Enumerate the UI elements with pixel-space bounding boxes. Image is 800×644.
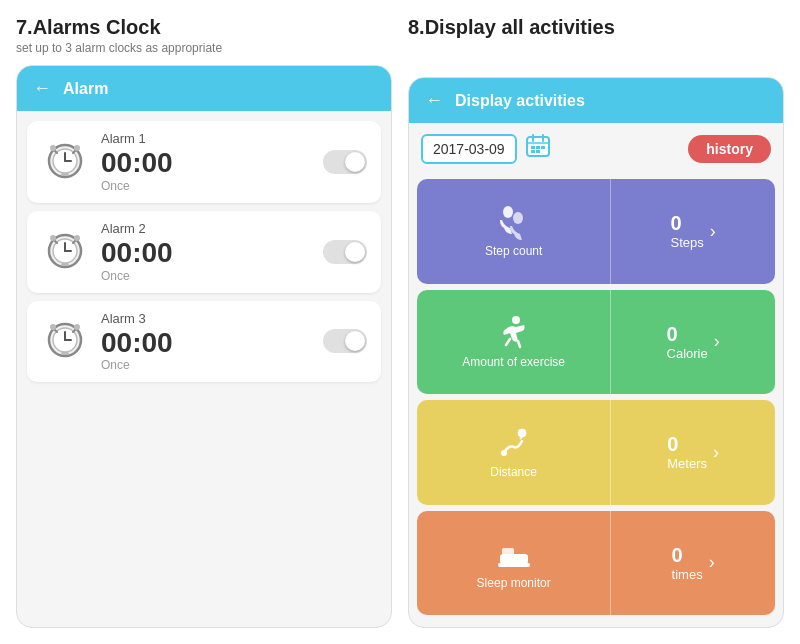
alarm-list: Alarm 1 00:00 Once: [17, 111, 391, 627]
svg-point-16: [74, 235, 80, 241]
alarm-info-2: Alarm 2 00:00 Once: [101, 221, 311, 283]
svg-point-39: [518, 429, 526, 437]
alarm-toggle-1[interactable]: [323, 150, 367, 174]
svg-point-36: [503, 206, 513, 218]
svg-point-38: [512, 316, 520, 324]
activities-section-title: 8.Display all activities: [408, 16, 784, 39]
sleep-arrow: ›: [709, 552, 715, 573]
sleep-left: Sleep monitor: [417, 511, 610, 616]
svg-rect-26: [61, 352, 69, 355]
activities-back-arrow[interactable]: ←: [425, 90, 443, 111]
alarm-toggle-3[interactable]: [323, 329, 367, 353]
sleep-card[interactable]: Sleep monitor 0 times ›: [417, 511, 775, 616]
svg-point-24: [50, 324, 56, 330]
activities-section: 8.Display all activities ← Display activ…: [408, 16, 784, 628]
alarm-time-3: 00:00: [101, 328, 311, 359]
date-field[interactable]: 2017-03-09: [421, 134, 517, 164]
alarm-time-1: 00:00: [101, 148, 311, 179]
svg-rect-32: [536, 146, 540, 149]
history-button[interactable]: history: [688, 135, 771, 163]
alarm-name-1: Alarm 1: [101, 131, 311, 146]
activities-phone-frame: ← Display activities 2017-03-09: [408, 77, 784, 628]
alarm-info-1: Alarm 1 00:00 Once: [101, 131, 311, 193]
alarm-back-arrow[interactable]: ←: [33, 78, 51, 99]
svg-rect-31: [531, 146, 535, 149]
step-count-right: 0 Steps ›: [611, 179, 775, 284]
date-row: 2017-03-09 history: [409, 123, 783, 175]
alarm-info-3: Alarm 3 00:00 Once: [101, 311, 311, 373]
step-count-unit: Steps: [671, 235, 704, 250]
activities-header-title: Display activities: [455, 92, 585, 110]
svg-point-40: [501, 450, 507, 456]
distance-left: Distance: [417, 400, 610, 505]
svg-rect-33: [541, 146, 545, 149]
distance-label: Distance: [490, 465, 537, 479]
exercise-arrow: ›: [714, 331, 720, 352]
sleep-label: Sleep monitor: [477, 576, 551, 590]
exercise-card[interactable]: Amount of exercise 0 Calorie ›: [417, 290, 775, 395]
svg-point-25: [74, 324, 80, 330]
activities-list: Step count 0 Steps ›: [409, 175, 783, 627]
alarm-name-2: Alarm 2: [101, 221, 311, 236]
svg-rect-44: [498, 563, 530, 567]
alarm-name-3: Alarm 3: [101, 311, 311, 326]
svg-point-15: [50, 235, 56, 241]
exercise-right: 0 Calorie ›: [611, 290, 775, 395]
sleep-unit: times: [672, 567, 703, 582]
step-count-label: Step count: [485, 244, 542, 258]
step-count-card[interactable]: Step count 0 Steps ›: [417, 179, 775, 284]
distance-arrow: ›: [713, 442, 719, 463]
sleep-right: 0 times ›: [611, 511, 775, 616]
alarm-section-title: 7.Alarms Clock: [16, 16, 392, 39]
alarm-section-subtitle: set up to 3 alarm clocks as appropriate: [16, 41, 392, 55]
svg-point-7: [74, 145, 80, 151]
distance-right: 0 Meters ›: [611, 400, 775, 505]
step-count-left: Step count: [417, 179, 610, 284]
alarm-header-title: Alarm: [63, 80, 108, 98]
alarm-icon-1: [41, 135, 89, 189]
exercise-value: 0: [667, 323, 708, 346]
exercise-left: Amount of exercise: [417, 290, 610, 395]
calendar-button[interactable]: [525, 133, 551, 165]
svg-rect-17: [61, 263, 69, 266]
svg-rect-8: [61, 173, 69, 176]
svg-point-37: [513, 212, 523, 224]
alarm-card-3: Alarm 3 00:00 Once: [27, 301, 381, 383]
alarm-repeat-1: Once: [101, 179, 311, 193]
alarm-header: ← Alarm: [17, 66, 391, 111]
activities-header: ← Display activities: [409, 78, 783, 123]
svg-rect-34: [531, 150, 535, 153]
step-count-value: 0: [671, 212, 704, 235]
sleep-value: 0: [672, 544, 703, 567]
alarm-toggle-2[interactable]: [323, 240, 367, 264]
svg-rect-43: [502, 548, 514, 556]
alarm-card-1: Alarm 1 00:00 Once: [27, 121, 381, 203]
alarm-repeat-2: Once: [101, 269, 311, 283]
alarm-icon-2: [41, 225, 89, 279]
alarm-section: 7.Alarms Clock set up to 3 alarm clocks …: [16, 16, 392, 628]
exercise-label: Amount of exercise: [462, 355, 565, 369]
step-count-arrow: ›: [710, 221, 716, 242]
distance-value: 0: [667, 433, 707, 456]
alarm-repeat-3: Once: [101, 358, 311, 372]
alarm-icon-3: [41, 314, 89, 368]
distance-card[interactable]: Distance 0 Meters ›: [417, 400, 775, 505]
svg-rect-35: [536, 150, 540, 153]
alarm-phone-frame: ← Alarm: [16, 65, 392, 628]
svg-point-6: [50, 145, 56, 151]
alarm-time-2: 00:00: [101, 238, 311, 269]
alarm-card-2: Alarm 2 00:00 Once: [27, 211, 381, 293]
distance-unit: Meters: [667, 456, 707, 471]
exercise-unit: Calorie: [667, 346, 708, 361]
